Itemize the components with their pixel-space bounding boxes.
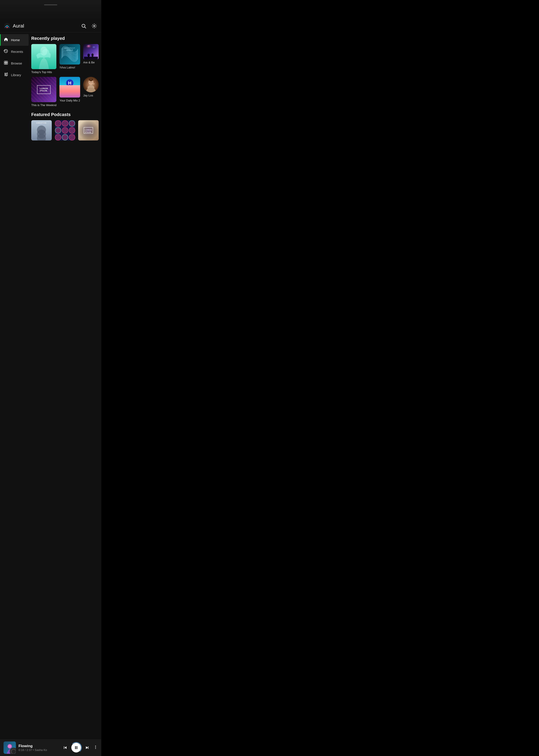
main-content: Recently played [29,33,101,756]
arebe-art [83,44,99,59]
sidebar-item-browse[interactable]: Browse [0,57,29,69]
svg-rect-30 [84,57,98,60]
card-daily-mix[interactable]: H Your Daily Mix 2 [59,77,80,107]
card-image-todays-top-hits [31,44,56,69]
recently-played-grid: Today's Top Hits [31,44,99,107]
card-image-weeknd: LOREM IPSUM. [31,77,56,102]
svg-point-93 [95,747,96,747]
svg-point-41 [90,82,91,83]
sidebar-item-home[interactable]: Home [0,34,29,46]
app-header: Aural [0,20,101,33]
svg-point-92 [95,745,96,746]
sidebar-label-browse: Browse [11,61,22,65]
svg-point-1 [6,27,8,28]
pause-button[interactable] [71,743,81,752]
sidebar-label-library: Library [11,73,21,77]
svg-point-88 [8,745,11,748]
player-info: Flowing 0:18 / 2:37 • Sasha Ko [19,744,60,752]
svg-rect-89 [75,746,76,749]
creative-art: CREATIVE [31,120,52,141]
svg-point-35 [62,90,77,98]
sidebar-label-home: Home [11,38,20,42]
podcast-image-creative: CREATIVE [31,120,52,141]
recents-icon [4,49,8,54]
label-todays-top-hits: Today's Top Hits [31,70,56,74]
podcast-card-lorem[interactable]: LOREM IPSUM. [78,120,99,141]
card-are-be[interactable]: Are & Be [83,44,99,74]
sidebar-item-library[interactable]: Library [0,69,29,81]
player-thumbnail[interactable] [4,741,16,754]
weeknd-box-line1: LOREM [39,87,48,90]
search-icon [81,23,86,29]
more-options-button[interactable] [93,745,98,750]
player-controls [62,743,98,752]
player-subtitle: 0:18 / 2:37 • Sasha Ko [19,748,60,752]
label-jay-los: Jay Los [83,94,99,97]
svg-point-0 [4,23,10,29]
svg-point-94 [95,748,96,749]
svg-point-34 [64,85,76,94]
pause-icon [74,745,78,750]
label-daily-mix: Your Daily Mix 2 [59,99,80,102]
svg-point-40 [90,78,92,80]
sidebar-label-recents: Recents [11,50,23,53]
label-weeknd: This is The Weeknd [31,104,56,107]
label-viva-latino: !Viva Latino! [59,66,80,69]
camera-area [0,0,101,20]
skip-forward-button[interactable] [85,745,90,750]
home-icon [4,37,8,43]
podcast-card-pattern[interactable] [55,120,75,141]
card-viva-latino[interactable]: ABSTRACT DESIGN !Viva Latino! [59,44,80,74]
svg-text:ABSTRACT: ABSTRACT [64,47,76,49]
card-image-are-be [83,44,99,59]
svg-point-42 [91,82,92,83]
viva-art: ABSTRACT DESIGN [59,44,80,64]
sidebar: Home Recents Bro [0,33,29,756]
svg-text:CREATIVE: CREATIVE [36,122,47,124]
podcast-card-creative[interactable]: CREATIVE [31,120,52,141]
tth-art [31,44,56,69]
svg-point-23 [90,46,96,51]
svg-text:LOREM: LOREM [85,129,92,131]
featured-podcasts-title: Featured Podcasts [31,112,99,117]
header-actions [80,23,98,30]
gear-icon [92,23,97,29]
card-this-is-weeknd[interactable]: LOREM IPSUM. This is The Weeknd [31,77,56,107]
player-song-title: Flowing [19,744,60,748]
weeknd-box: LOREM IPSUM. [37,85,51,94]
skip-back-button[interactable] [62,745,68,750]
search-button[interactable] [80,23,87,30]
card-image-viva-latino: ABSTRACT DESIGN [59,44,80,64]
dailymix-art: H [59,77,80,97]
jaylos-art [83,77,99,92]
more-icon [93,745,98,749]
app-logo: Aural [4,23,80,30]
sidebar-item-recents[interactable]: Recents [0,46,29,57]
browse-icon [4,60,8,66]
podcast-image-lorem: LOREM IPSUM. [78,120,99,141]
card-image-jay-los [83,77,99,92]
weeknd-box-line2: IPSUM. [39,90,48,92]
settings-button[interactable] [91,23,98,30]
svg-text:DESIGN: DESIGN [66,49,73,51]
skip-back-icon [62,745,68,750]
svg-rect-90 [77,746,77,749]
svg-text:IPSUM.: IPSUM. [85,131,92,133]
svg-text:H: H [68,80,72,85]
recently-played-title: Recently played [31,36,99,41]
svg-rect-50 [55,120,75,141]
player-bar: Flowing 0:18 / 2:37 • Sasha Ko [0,739,101,756]
card-jay-los[interactable]: Jay Los [83,77,99,107]
app-title: Aural [13,23,24,29]
main-layout: Home Recents Bro [0,33,101,756]
library-icon [4,72,8,78]
label-are-be: Are & Be [83,61,99,64]
podcast-image-pattern [55,120,75,141]
svg-line-3 [85,27,86,29]
aural-logo-icon [4,23,11,30]
podcast-grid: CREATIVE [31,120,99,141]
svg-rect-91 [88,746,89,749]
card-todays-top-hits[interactable]: Today's Top Hits [31,44,56,74]
skip-forward-icon [85,745,90,750]
weeknd-art: LOREM IPSUM. [31,77,56,102]
